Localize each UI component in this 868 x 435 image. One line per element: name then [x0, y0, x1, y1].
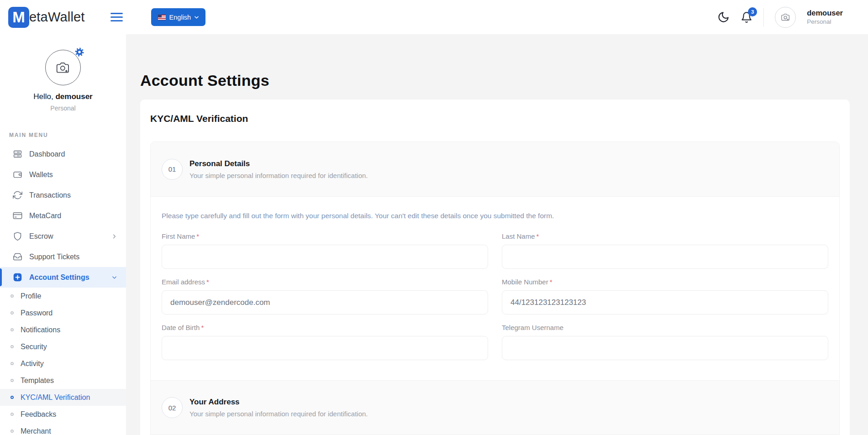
notification-count-badge: 3 — [748, 7, 757, 16]
bullet-icon — [11, 311, 14, 314]
sidebar-subitem-merchant[interactable]: Merchant — [0, 423, 126, 435]
language-label: English — [169, 14, 191, 21]
sidebar-subitem-label: Password — [21, 309, 53, 317]
us-flag-icon — [158, 15, 166, 20]
bullet-icon — [11, 379, 14, 382]
step-2-description: Your simple personal information require… — [189, 410, 368, 418]
email-field-group: Email address* — [162, 278, 488, 314]
sidebar-item-transactions[interactable]: Transactions — [0, 185, 126, 205]
sidebar-item-label: Transactions — [29, 191, 71, 199]
bullet-icon — [11, 396, 14, 399]
header-divider — [763, 8, 764, 26]
sidebar: Hello, demouser Personal MAIN MENU Dashb… — [0, 34, 126, 435]
user-avatar[interactable] — [775, 7, 796, 28]
last-name-input[interactable] — [502, 245, 828, 269]
sidebar-item-support-tickets[interactable]: Support Tickets — [0, 246, 126, 267]
bullet-icon — [11, 413, 14, 416]
chevron-down-icon — [195, 16, 199, 19]
step-1-title: Personal Details — [189, 159, 368, 168]
dark-mode-button[interactable] — [717, 11, 730, 23]
sidebar-subitem-profile[interactable]: Profile — [0, 288, 126, 304]
first-name-input[interactable] — [162, 245, 488, 269]
step-1-number-badge: 01 — [162, 159, 183, 180]
sidebar-subitem-label: KYC/AML Verification — [21, 393, 90, 402]
chevron-right-icon — [111, 233, 118, 240]
bullet-icon — [11, 294, 14, 298]
moon-icon — [717, 11, 730, 23]
plus-square-icon — [13, 273, 22, 282]
brand-name: etaWallet — [29, 10, 85, 25]
sidebar-subitem-templates[interactable]: Templates — [0, 372, 126, 389]
page-title: Account Settings — [140, 72, 868, 89]
telegram-username-input[interactable] — [502, 336, 828, 360]
sidebar-item-dashboard[interactable]: Dashboard — [0, 144, 126, 164]
date-of-birth-input[interactable] — [162, 336, 488, 360]
sidebar-subitem-activity[interactable]: Activity — [0, 355, 126, 372]
bullet-icon — [11, 328, 14, 331]
chevron-down-icon — [111, 274, 118, 281]
bullet-icon — [11, 362, 14, 365]
sidebar-subitem-security[interactable]: Security — [0, 338, 126, 355]
sidebar-subitem-kyc-aml-verification[interactable]: KYC/AML Verification — [0, 389, 126, 406]
sidebar-subitem-label: Templates — [21, 377, 54, 385]
brand-logo-letter: M — [12, 9, 25, 26]
sidebar-subitem-label: Activity — [21, 360, 44, 368]
top-bar: M etaWallet English 3 demouser Personal — [0, 0, 868, 34]
sidebar-subitem-notifications[interactable]: Notifications — [0, 321, 126, 338]
sidebar-greeting: Hello, demouser — [0, 92, 126, 101]
email-label: Email address* — [162, 278, 488, 286]
personal-details-form: Please type carefully and fill out the f… — [151, 197, 839, 380]
camera-plus-icon — [781, 12, 790, 22]
telegram-username-field-group: Telegram Username — [502, 324, 828, 360]
last-name-label: Last Name* — [502, 232, 828, 240]
sidebar-account-type: Personal — [0, 105, 126, 112]
sidebar-item-metacard[interactable]: MetaCard — [0, 205, 126, 226]
sidebar-subitem-feedbacks[interactable]: Feedbacks — [0, 406, 126, 423]
dashboard-icon — [13, 149, 22, 159]
profile-settings-gear-icon[interactable] — [74, 47, 84, 59]
kyc-steps-panel: 01 Personal Details Your simple personal… — [150, 142, 840, 435]
step-1-description: Your simple personal information require… — [189, 172, 368, 179]
last-name-field-group: Last Name* — [502, 232, 828, 269]
sidebar-subitem-label: Feedbacks — [21, 410, 56, 419]
required-asterisk: * — [196, 232, 199, 240]
email-input[interactable] — [162, 290, 488, 314]
user-role: Personal — [807, 19, 843, 26]
bullet-icon — [11, 430, 14, 433]
required-asterisk: * — [537, 232, 539, 240]
notifications-button[interactable]: 3 — [741, 11, 752, 23]
menu-toggle-icon[interactable] — [109, 11, 125, 23]
sidebar-item-label: MetaCard — [29, 212, 61, 220]
sidebar-subitem-password[interactable]: Password — [0, 304, 126, 321]
sidebar-item-account-settings[interactable]: Account Settings — [0, 267, 126, 288]
date-of-birth-label: Date of Birth* — [162, 324, 488, 331]
user-name: demouser — [807, 9, 843, 17]
step-2-number-badge: 02 — [162, 397, 183, 418]
sidebar-subitem-label: Security — [21, 343, 47, 351]
step-1-header: 01 Personal Details Your simple personal… — [151, 142, 839, 197]
sidebar-item-wallets[interactable]: Wallets — [0, 164, 126, 185]
step-2-title: Your Address — [189, 398, 368, 407]
main-content: Account Settings KYC/AML Verification 01… — [126, 34, 868, 435]
language-selector-button[interactable]: English — [151, 8, 206, 26]
mobile-number-input[interactable] — [502, 290, 828, 314]
brand-logo[interactable]: M etaWallet — [8, 7, 85, 28]
inbox-icon — [13, 252, 22, 262]
sidebar-item-escrow[interactable]: Escrow — [0, 226, 126, 246]
card-title: KYC/AML Verification — [150, 113, 840, 124]
sidebar-profile: Hello, demouser Personal — [0, 34, 126, 112]
sidebar-item-label: Account Settings — [29, 273, 89, 282]
transactions-refresh-icon — [13, 190, 22, 200]
mobile-number-label: Mobile Number* — [502, 278, 828, 286]
shield-icon — [13, 231, 22, 241]
header-actions: 3 demouser Personal — [717, 7, 843, 28]
form-notice: Please type carefully and fill out the f… — [162, 212, 828, 220]
first-name-label: First Name* — [162, 232, 488, 240]
sidebar-item-label: Dashboard — [29, 150, 65, 158]
user-menu[interactable]: demouser Personal — [807, 9, 843, 26]
bullet-icon — [11, 345, 14, 348]
sidebar-subitem-label: Merchant — [21, 427, 51, 435]
required-asterisk: * — [206, 278, 209, 286]
first-name-field-group: First Name* — [162, 232, 488, 269]
sidebar-item-label: Wallets — [29, 171, 53, 179]
